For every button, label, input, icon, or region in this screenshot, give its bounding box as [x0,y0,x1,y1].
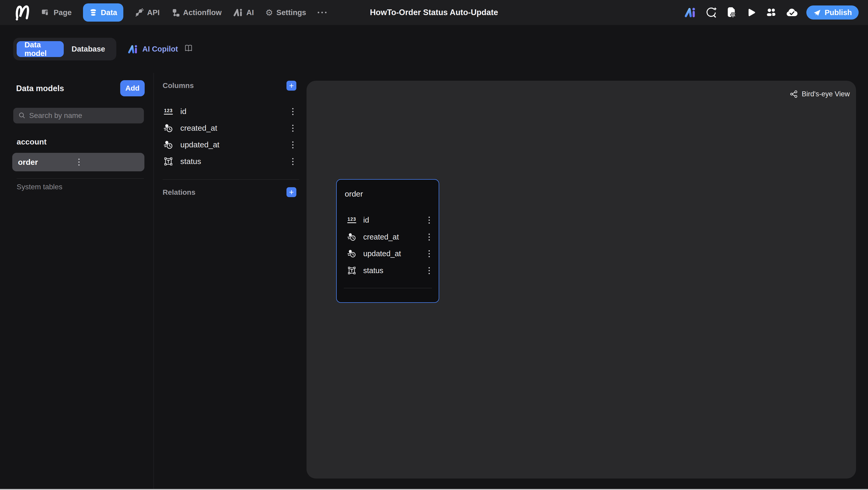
card-column-row-created-at[interactable]: created_at [339,229,436,245]
refresh-preview-button[interactable] [705,6,717,19]
nav-item-settings[interactable]: ⚙ Settings [266,8,306,17]
column-row-created-at[interactable]: created_at [156,120,302,137]
collaborators-button[interactable] [765,7,777,18]
card-column-name: status [363,266,383,275]
card-column-kebab-menu[interactable] [427,215,431,225]
model-item-label: order [18,158,77,167]
ellipsis-icon [318,12,327,13]
data-model-canvas[interactable]: Bird's-eye View order 123 id [307,81,856,479]
ai-copilot-icon [127,44,138,54]
top-navbar: Page Data API [0,0,868,25]
columns-relations-divider [163,179,299,180]
column-row-updated-at[interactable]: updated_at [156,137,302,153]
cloud-sync-button[interactable] [786,7,798,18]
project-settings-doc-button[interactable] [726,7,737,18]
column-name: id [180,107,186,116]
docs-book-button[interactable] [184,44,193,53]
timestamp-type-icon [346,249,358,258]
card-column-name: created_at [363,233,399,241]
timestamp-type-icon [163,123,174,133]
column-name: status [180,157,201,166]
card-column-row-updated-at[interactable]: updated_at [339,245,436,262]
ai-icon [233,8,243,17]
column-kebab-menu[interactable] [291,140,295,150]
window-bottom-edge [0,489,868,490]
column-row-id[interactable]: 123 id [156,103,302,120]
nav-item-label: Page [54,8,71,17]
nav-item-label: Data [101,8,117,17]
birdseye-icon [790,90,798,98]
sidebar-divider [17,178,144,179]
data-view-toggle: Data model Database [13,38,116,60]
timestamp-type-icon [346,232,358,241]
preview-play-button[interactable] [746,7,757,18]
columns-heading: Columns [163,82,194,90]
momen-logo[interactable] [15,4,30,21]
document-gear-icon [726,7,737,18]
data-models-heading: Data models [16,84,64,93]
number-type-icon: 123 [346,217,358,223]
card-column-row-status[interactable]: status [339,262,436,279]
model-item-account[interactable]: account [17,138,46,146]
birdseye-view-button[interactable]: Bird's-eye View [790,90,850,98]
card-column-row-id[interactable]: 123 id [339,212,436,228]
column-name: created_at [180,124,217,133]
column-row-status[interactable]: status [156,153,302,170]
nav-item-actionflow[interactable]: Actionflow [171,8,222,17]
tab-data-model[interactable]: Data model [17,41,64,57]
ai-copilot-label: AI Copilot [142,45,178,53]
nav-item-api[interactable]: API [135,8,159,17]
column-kebab-menu[interactable] [291,123,295,133]
column-kebab-menu[interactable] [291,156,295,167]
add-relation-button[interactable]: + [286,187,297,197]
birdseye-label: Bird's-eye View [802,90,850,98]
publish-label: Publish [825,8,852,17]
nav-item-data[interactable]: Data [83,3,123,22]
system-tables-link[interactable]: System tables [17,183,62,191]
ai-assistant-button[interactable] [684,7,696,18]
relations-heading: Relations [163,188,195,197]
ai-gradient-icon [684,7,696,18]
add-column-button[interactable]: + [286,81,297,91]
column-kebab-menu[interactable] [291,107,295,117]
nav-item-label: API [147,8,159,17]
nav-item-label: Actionflow [183,8,222,17]
momen-logo-icon [15,4,30,21]
refresh-sparkle-icon [705,6,717,19]
text-type-icon [163,157,174,166]
book-icon [184,44,193,52]
database-icon [89,8,97,17]
model-search [13,108,144,123]
play-icon [746,7,757,18]
card-column-kebab-menu[interactable] [427,249,431,259]
nav-item-label: Settings [276,8,306,17]
cloud-check-icon [786,7,798,18]
timestamp-type-icon [163,140,174,149]
tab-database[interactable]: Database [64,41,113,57]
publish-button[interactable]: Publish [806,5,859,20]
nav-more-button[interactable] [318,12,327,13]
search-icon [19,112,26,119]
project-title: HowTo-Order Status Auto-Update [370,8,498,17]
model-item-order[interactable]: order [12,153,145,171]
nav-right: Publish [684,0,859,25]
text-type-icon [346,266,358,275]
paper-plane-icon [813,8,821,17]
card-column-name: id [363,216,369,225]
search-input[interactable] [29,108,144,123]
model-kebab-menu[interactable] [77,157,139,167]
card-column-kebab-menu[interactable] [427,232,431,242]
nav-left: Page Data API [15,0,327,25]
add-model-button[interactable]: Add [120,80,145,96]
api-plug-icon [135,8,144,17]
card-column-name: updated_at [363,250,401,258]
app-root: Page Data API [0,0,868,490]
nav-item-label: AI [246,8,254,17]
order-table-card[interactable]: order 123 id created_at [336,179,439,303]
gear-icon: ⚙ [266,8,273,17]
column-name: updated_at [180,140,219,149]
ai-copilot-button[interactable]: AI Copilot [127,41,178,57]
nav-item-page[interactable]: Page [42,8,71,17]
nav-item-ai[interactable]: AI [233,8,254,17]
card-column-kebab-menu[interactable] [427,265,431,276]
